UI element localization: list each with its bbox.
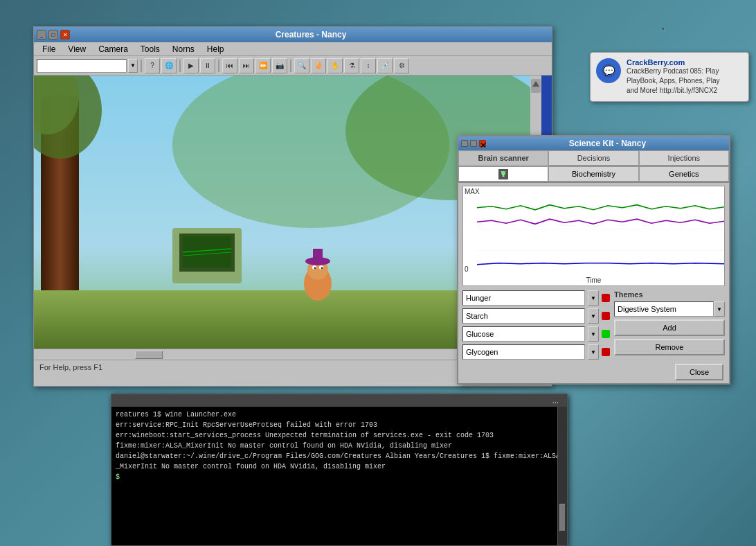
toolbar-next-btn[interactable]: ⏭: [239, 58, 254, 73]
glycogen-dropdown[interactable]: Glycogen: [462, 344, 585, 360]
titlebar-buttons: _ □ ✕: [37, 30, 70, 39]
toolbar-hand-btn[interactable]: ✋: [327, 58, 343, 73]
terminal-title: ...: [114, 396, 564, 405]
tab-genetics[interactable]: Genetics: [639, 166, 729, 182]
creatures-window-title: Creatures - Nancy: [73, 30, 549, 39]
tab-biochemistry[interactable]: Biochemistry: [548, 166, 638, 182]
hunger-color: [602, 294, 610, 302]
toolbar-chem-btn[interactable]: ⚗: [344, 58, 359, 73]
toolbar-sep-3: [218, 60, 219, 72]
glucose-color: [602, 330, 610, 338]
tab-brain-icon[interactable]: Ψ: [458, 166, 548, 182]
terminal-prompt[interactable]: $: [116, 472, 563, 482]
toolbar-camera-btn[interactable]: 📷: [272, 58, 287, 73]
menu-tools[interactable]: Tools: [135, 43, 165, 55]
starch-color: [602, 312, 610, 320]
science-window-title: Science Kit - Nancy: [489, 139, 726, 148]
science-close-btn[interactable]: Close: [675, 364, 723, 380]
starch-dropdown-btn[interactable]: ▼: [588, 308, 599, 324]
science-window: ✕ Science Kit - Nancy Brain scanner Deci…: [457, 135, 730, 385]
themes-add-btn[interactable]: Add: [614, 319, 725, 336]
glucose-dropdown[interactable]: Glucose: [462, 326, 585, 342]
science-btn-2[interactable]: [470, 140, 477, 147]
glucose-row: Glucose ▼: [462, 326, 610, 342]
hunger-dropdown-btn[interactable]: ▼: [588, 290, 599, 306]
minimize-btn[interactable]: _: [37, 30, 46, 39]
graph-svg: [477, 186, 724, 272]
menu-camera[interactable]: Camera: [93, 43, 134, 55]
controls-area: Hunger ▼ Starch ▼ Glucose ▼ Glycogen ▼: [458, 289, 729, 361]
toolbar-settings-btn[interactable]: ⚙: [394, 58, 409, 73]
mouse-cursor: [658, 22, 669, 36]
glycogen-row: Glycogen ▼: [462, 344, 610, 360]
restore-btn[interactable]: □: [48, 30, 58, 39]
themes-dropdown[interactable]: Digestive System: [614, 301, 714, 317]
themes-area: Themes Digestive System ▼ Add Remove: [614, 290, 725, 360]
notification-text: CrackBerry.com CrackBerry Podcast 085: P…: [627, 58, 720, 96]
glycogen-color: [602, 348, 610, 356]
toolbar-play-btn[interactable]: ▶: [183, 58, 199, 73]
tab-injections[interactable]: Injections: [639, 150, 729, 166]
creatures-toolbar: ▼ ? 🌐 ▶ ⏸ ⏮ ⏭ ⏩ 📷 🔍 🥚 ✋ ⚗ ↕ 💉 ⚙: [34, 56, 552, 76]
toolbar-input[interactable]: [37, 59, 127, 73]
brain-icon: Ψ: [498, 169, 509, 179]
graph-area: MAX 0 Time: [462, 186, 725, 286]
toolbar-sep-2: [179, 60, 181, 72]
science-titlebar-btns: ✕: [461, 140, 486, 147]
terminal-scrollbar[interactable]: [557, 407, 567, 545]
hunger-dropdown[interactable]: Hunger: [462, 290, 585, 306]
toolbar-skip-btn[interactable]: ⏩: [255, 58, 271, 73]
creatures-menu-bar: File View Camera Tools Norns Help: [34, 42, 552, 56]
hunger-row: Hunger ▼: [462, 290, 610, 306]
graph-label-time: Time: [586, 276, 602, 284]
notification-popup: 💬 CrackBerry.com CrackBerry Podcast 085:…: [590, 52, 749, 102]
science-tabs-row2: Ψ Biochemistry Genetics: [458, 166, 729, 183]
terminal-line-4: daniel@starwater:~/.wine/drive_c/Program…: [116, 451, 563, 472]
toolbar-pause-btn[interactable]: ⏸: [200, 58, 215, 73]
toolbar-globe-btn[interactable]: 🌐: [161, 58, 177, 73]
toolbar-inject-btn[interactable]: 💉: [377, 58, 393, 73]
notification-title: CrackBerry.com: [627, 58, 720, 67]
toolbar-sep-1: [141, 60, 142, 72]
toolbar-sep-4: [290, 60, 291, 72]
notification-icon: 💬: [596, 58, 621, 83]
menu-norns[interactable]: Norns: [167, 43, 200, 55]
themes-label: Themes: [614, 290, 725, 299]
themes-dropdown-row: Digestive System ▼: [614, 301, 725, 317]
starch-dropdown[interactable]: Starch: [462, 308, 585, 324]
science-btn-1[interactable]: [461, 140, 468, 147]
svg-rect-18: [313, 249, 323, 263]
glycogen-dropdown-btn[interactable]: ▼: [588, 344, 599, 360]
controls-left: Hunger ▼ Starch ▼ Glucose ▼ Glycogen ▼: [462, 290, 610, 360]
creatures-titlebar: _ □ ✕ Creatures - Nancy: [34, 27, 552, 42]
status-text: For Help, press F1: [39, 363, 102, 371]
glucose-dropdown-btn[interactable]: ▼: [588, 326, 599, 342]
tab-decisions[interactable]: Decisions: [548, 150, 638, 166]
menu-view[interactable]: View: [62, 43, 91, 55]
starch-row: Starch ▼: [462, 308, 610, 324]
terminal-content: reatures 1$ wine Launcher.exe err:servic…: [111, 407, 567, 545]
terminal-window: ... reatures 1$ wine Launcher.exe err:se…: [111, 394, 568, 546]
themes-dropdown-btn[interactable]: ▼: [714, 301, 725, 317]
tab-brain-scanner[interactable]: Brain scanner: [458, 150, 548, 166]
toolbar-prev-btn[interactable]: ⏮: [222, 58, 237, 73]
terminal-line-2: err:wineboot:start_services_process Unex…: [116, 430, 563, 441]
svg-point-22: [321, 267, 323, 270]
toolbar-egg-btn[interactable]: 🥚: [311, 58, 326, 73]
toolbar-search-btn[interactable]: 🔍: [294, 58, 309, 73]
menu-help[interactable]: Help: [201, 43, 230, 55]
svg-text:💬: 💬: [603, 65, 615, 77]
toolbar-help-btn[interactable]: ?: [145, 58, 160, 73]
terminal-scroll-thumb[interactable]: [559, 504, 566, 531]
toolbar-arrow-btn[interactable]: ↕: [361, 58, 376, 73]
close-btn[interactable]: ✕: [60, 30, 70, 39]
terminal-line-1: err:service:RPC_Init RpcServerUseProtseq…: [116, 420, 563, 430]
menu-file[interactable]: File: [37, 43, 61, 55]
science-close[interactable]: ✕: [479, 140, 486, 147]
themes-remove-btn[interactable]: Remove: [614, 339, 725, 355]
hscroll-thumb[interactable]: [135, 351, 163, 359]
notification-body: CrackBerry Podcast 085: Play PlayBook, A…: [627, 67, 720, 96]
science-bottom: Close: [458, 361, 729, 383]
terminal-line-3: fixme:mixer:ALSA_MixerInit No master con…: [116, 441, 563, 451]
toolbar-dropdown-btn[interactable]: ▼: [128, 59, 138, 73]
